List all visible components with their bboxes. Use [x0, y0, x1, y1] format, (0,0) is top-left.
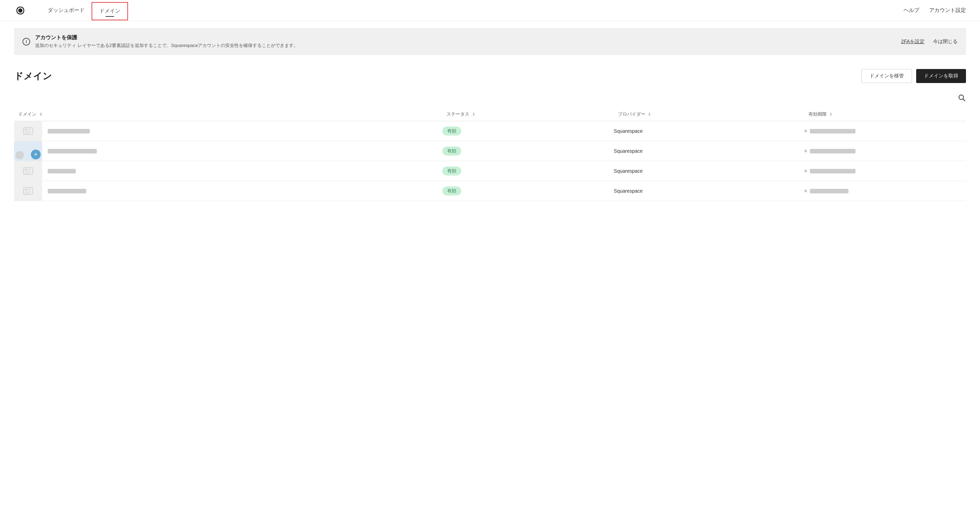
expiry-date [810, 169, 856, 173]
svg-rect-13 [25, 172, 32, 173]
status-cell: 有効 [442, 121, 614, 141]
provider-name: Squarespace [614, 128, 643, 134]
svg-rect-5 [28, 128, 32, 129]
status-cell: 有効 [442, 161, 614, 181]
expiry-date [810, 149, 856, 154]
col-header-domain[interactable]: ドメイン ⇕ [14, 108, 442, 121]
status-cell: 有効 [442, 181, 614, 201]
banner-actions: 2FAを設定 今は閉じる [901, 38, 958, 45]
status-cell: 有効 [442, 141, 614, 161]
provider-name: Squarespace [614, 188, 643, 194]
close-banner-button[interactable]: 今は閉じる [933, 38, 958, 45]
sort-status-icon: ⇕ [472, 112, 475, 116]
page-header-actions: ドメインを移管 ドメインを取得 [861, 69, 966, 83]
header: ダッシュボード ドメイン ヘルプ アカウント設定 [0, 0, 980, 21]
domain-name [48, 169, 76, 173]
col-header-provider[interactable]: プロバイダー ⇕ [614, 108, 804, 121]
banner-text-block: アカウントを保護 追加のセキュリティ レイヤーである2要素認証を追加することで、… [35, 34, 901, 49]
main-nav: ダッシュボード ドメイン [41, 0, 904, 21]
add-icon: + [31, 150, 41, 159]
domain-thumbnail: + [14, 141, 42, 161]
svg-rect-4 [25, 128, 27, 131]
page-title: ドメイン [14, 70, 861, 82]
provider-name: Squarespace [614, 168, 643, 174]
col-header-expiry[interactable]: 有効期限 ⇕ [804, 108, 966, 121]
site-mini-logo [16, 151, 24, 159]
expiry-cell [804, 141, 966, 161]
svg-rect-12 [28, 170, 30, 171]
search-icon[interactable] [958, 93, 966, 103]
setup-2fa-link[interactable]: 2FAを設定 [901, 38, 924, 45]
account-settings-link[interactable]: アカウント設定 [929, 7, 966, 14]
search-row [14, 93, 966, 103]
svg-rect-11 [28, 168, 32, 169]
page-header: ドメイン ドメインを移管 ドメインを取得 [14, 69, 966, 83]
provider-cell: Squarespace [614, 141, 804, 161]
svg-rect-10 [25, 168, 27, 171]
expiry-cell [804, 121, 966, 141]
expiry-cell [804, 161, 966, 181]
table-row[interactable]: 有効 Squarespace [14, 161, 966, 181]
svg-rect-6 [28, 130, 30, 131]
svg-line-2 [963, 99, 965, 101]
domain-name [48, 149, 97, 154]
nav-item-dashboard[interactable]: ダッシュボード [41, 0, 92, 21]
table-row[interactable]: + 有効 Squarespace [14, 141, 966, 161]
svg-rect-8 [25, 133, 29, 134]
table-row[interactable]: 有効 Squarespace [14, 181, 966, 201]
expiry-date [810, 189, 848, 193]
domain-table: ドメイン ⇕ ステータス ⇕ プロバイダー ⇕ 有効期限 ⇕ [14, 108, 966, 201]
status-badge: 有効 [442, 146, 461, 155]
expiry-dot [804, 170, 807, 173]
domain-name [48, 129, 90, 133]
domain-name [48, 189, 86, 193]
get-domain-button[interactable]: ドメインを取得 [916, 69, 966, 83]
sort-domain-icon: ⇕ [39, 112, 43, 116]
squarespace-logo[interactable] [14, 4, 27, 17]
status-badge: 有効 [442, 166, 461, 176]
provider-cell: Squarespace [614, 121, 804, 141]
help-link[interactable]: ヘルプ [904, 7, 919, 14]
col-header-status[interactable]: ステータス ⇕ [442, 108, 614, 121]
table-row[interactable]: 有効 Squarespace [14, 121, 966, 141]
svg-rect-19 [25, 192, 32, 192]
sort-expiry-icon: ⇕ [829, 112, 832, 116]
page-content: ドメイン ドメインを移管 ドメインを取得 ドメイン ⇕ ステータス ⇕ [0, 62, 980, 208]
sort-provider-icon: ⇕ [648, 112, 651, 116]
banner-description: 追加のセキュリティ レイヤーである2要素認証を追加することで、Squarespa… [35, 43, 901, 49]
svg-rect-16 [25, 189, 27, 190]
expiry-date [810, 129, 856, 133]
provider-cell: Squarespace [614, 181, 804, 201]
domain-thumbnail [14, 121, 42, 141]
expiry-dot [804, 130, 807, 132]
domain-cell [14, 121, 442, 141]
banner-title: アカウントを保護 [35, 34, 901, 41]
security-banner: i アカウントを保護 追加のセキュリティ レイヤーである2要素認証を追加すること… [14, 28, 966, 55]
svg-rect-17 [28, 189, 32, 189]
svg-rect-7 [25, 132, 32, 132]
transfer-domain-button[interactable]: ドメインを移管 [861, 69, 912, 83]
provider-name: Squarespace [614, 148, 643, 154]
expiry-dot [804, 150, 807, 152]
svg-rect-14 [25, 173, 29, 174]
info-icon: i [22, 38, 30, 46]
domain-thumbnail [14, 181, 42, 201]
svg-rect-18 [28, 190, 30, 190]
svg-rect-20 [25, 193, 29, 194]
status-badge: 有効 [442, 186, 461, 195]
domain-cell [14, 161, 442, 181]
domain-cell: + [14, 141, 442, 161]
domain-cell [14, 181, 442, 201]
domain-thumbnail [14, 161, 42, 181]
provider-cell: Squarespace [614, 161, 804, 181]
nav-item-domain[interactable]: ドメイン [92, 2, 128, 20]
header-right: ヘルプ アカウント設定 [904, 7, 966, 14]
status-badge: 有効 [442, 127, 461, 136]
expiry-dot [804, 190, 807, 192]
expiry-cell [804, 181, 966, 201]
